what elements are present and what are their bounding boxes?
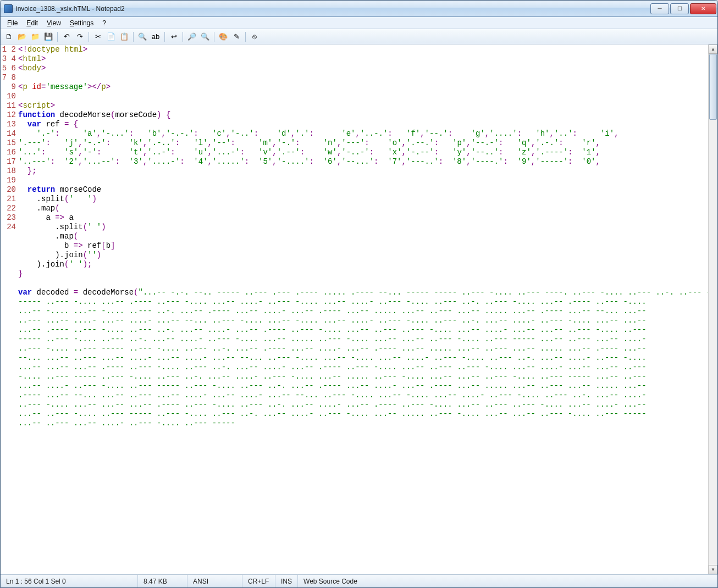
close-button[interactable]: ✕ xyxy=(690,3,716,14)
window-title: invoice_1308._xslx.hTML - Notepad2 xyxy=(16,5,650,13)
scheme-button[interactable]: 🎨 xyxy=(217,31,229,43)
status-lexer[interactable]: Web Source Code xyxy=(298,575,717,587)
statusbar: Ln 1 : 56 Col 1 Sel 0 8.47 KB ANSI CR+LF… xyxy=(1,574,717,587)
cut-button[interactable]: ✂ xyxy=(92,31,104,43)
scroll-up-button[interactable]: ▲ xyxy=(709,45,717,54)
exit-button[interactable]: ⎋ xyxy=(248,31,261,43)
separator xyxy=(183,32,183,42)
browse-button[interactable]: 📁 xyxy=(29,31,41,43)
menu-help[interactable]: ? xyxy=(98,18,111,28)
code-text[interactable]: <!doctype html> <html> <body> <p id='mes… xyxy=(18,45,708,574)
editor-area[interactable]: 1 2 3 4 5 6 7 8 9 10 11 12 13 14 15 16 1… xyxy=(1,45,717,574)
minimize-button[interactable]: ─ xyxy=(650,3,669,14)
redo-button[interactable]: ↷ xyxy=(74,31,86,43)
menu-file[interactable]: File xyxy=(3,18,22,28)
status-ovr[interactable]: INS xyxy=(275,575,298,587)
scroll-track[interactable] xyxy=(709,54,717,565)
vertical-scrollbar[interactable]: ▲ ▼ xyxy=(708,45,717,574)
scroll-thumb[interactable] xyxy=(709,54,717,120)
menu-edit[interactable]: Edit xyxy=(22,18,42,28)
separator xyxy=(245,32,246,42)
notepad2-window: invoice_1308._xslx.hTML - Notepad2 ─ ☐ ✕… xyxy=(0,0,718,588)
zoomout-button[interactable]: 🔍 xyxy=(199,31,211,43)
paste-button[interactable]: 📋 xyxy=(118,31,130,43)
separator xyxy=(164,32,165,42)
line-number-gutter: 1 2 3 4 5 6 7 8 9 10 11 12 13 14 15 16 1… xyxy=(1,45,18,574)
status-encoding[interactable]: ANSI xyxy=(187,575,242,587)
separator xyxy=(214,32,214,42)
status-eol[interactable]: CR+LF xyxy=(242,575,275,587)
status-position[interactable]: Ln 1 : 56 Col 1 Sel 0 xyxy=(1,575,138,587)
status-filesize[interactable]: 8.47 KB xyxy=(138,575,187,587)
zoomin-button[interactable]: 🔎 xyxy=(186,31,198,43)
menu-view[interactable]: View xyxy=(42,18,65,28)
new-button[interactable]: 🗋 xyxy=(3,31,15,43)
open-button[interactable]: 📂 xyxy=(16,31,28,43)
wordwrap-button[interactable]: ↩ xyxy=(168,31,180,43)
save-button[interactable]: 💾 xyxy=(42,31,54,43)
separator xyxy=(89,32,89,42)
menu-settings[interactable]: Settings xyxy=(65,18,98,28)
app-icon xyxy=(4,4,13,13)
copy-button[interactable]: 📄 xyxy=(105,31,117,43)
customize-button[interactable]: ✎ xyxy=(230,31,242,43)
menubar: File Edit View Settings ? xyxy=(1,17,717,29)
replace-button[interactable]: ab xyxy=(150,31,162,43)
titlebar[interactable]: invoice_1308._xslx.hTML - Notepad2 ─ ☐ ✕ xyxy=(1,1,717,17)
maximize-button[interactable]: ☐ xyxy=(670,3,689,14)
find-button[interactable]: 🔍 xyxy=(136,31,148,43)
scroll-down-button[interactable]: ▼ xyxy=(709,565,717,574)
undo-button[interactable]: ↶ xyxy=(60,31,73,43)
separator xyxy=(57,32,58,42)
toolbar: 🗋 📂 📁 💾 ↶ ↷ ✂ 📄 📋 🔍 ab ↩ 🔎 🔍 🎨 ✎ ⎋ xyxy=(1,29,717,45)
separator xyxy=(133,32,134,42)
